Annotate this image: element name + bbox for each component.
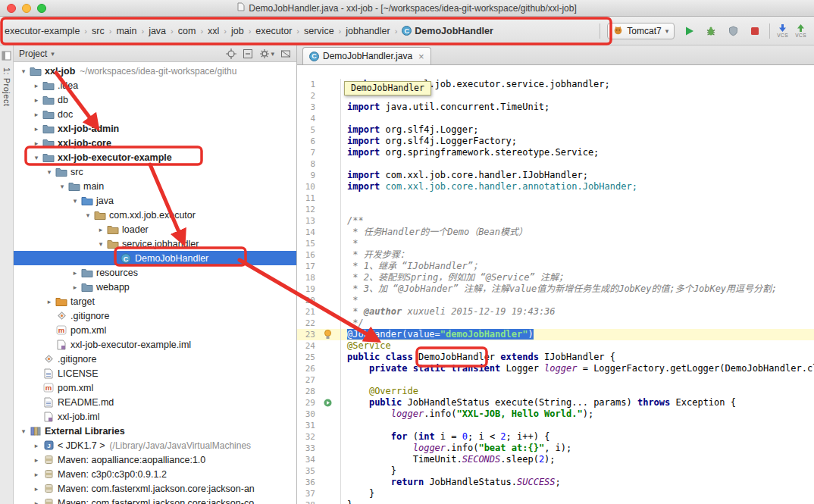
- code-line-18[interactable]: 18 * 2、装配到Spring，例如加 “@Service” 注解；: [297, 272, 814, 283]
- code-line-38[interactable]: 38}: [297, 499, 814, 504]
- expand-icon[interactable]: ▸: [31, 139, 42, 147]
- expand-icon[interactable]: ▸: [70, 269, 80, 277]
- tree-item-xxl-job-core[interactable]: ▸xxl-job-core: [14, 136, 296, 150]
- expand-icon[interactable]: ▸: [31, 456, 42, 464]
- tree-item-java[interactable]: ▾java: [14, 193, 296, 208]
- run-button[interactable]: [681, 23, 697, 39]
- code-line-25[interactable]: 25public class DemoJobHandler extends IJ…: [297, 352, 814, 363]
- zoom-window-button[interactable]: [37, 4, 46, 13]
- code-line-10[interactable]: 10import com.xxl.job.core.handler.annota…: [297, 181, 814, 193]
- tree-item-xxl-job-admin[interactable]: ▸xxl-job-admin: [14, 121, 296, 136]
- code-line-11[interactable]: 11: [297, 193, 814, 204]
- code-line-6[interactable]: 6import org.slf4j.LoggerFactory;: [297, 136, 814, 147]
- close-window-button[interactable]: [7, 4, 16, 13]
- tree-item-resources[interactable]: ▸resources: [14, 265, 296, 280]
- tree-item-pom-xml[interactable]: mpom.xml: [14, 323, 296, 337]
- code-line-36[interactable]: 36 return JobHandleStatus.SUCCESS;: [297, 477, 814, 488]
- code-line-21[interactable]: 21 * @author xuxueli 2015-12-19 19:43:36: [297, 306, 814, 318]
- tree-item-main[interactable]: ▾main: [14, 179, 296, 193]
- breadcrumb-item-executor[interactable]: executor: [255, 25, 293, 37]
- tree-item-loader[interactable]: ▸loader: [14, 222, 296, 236]
- tree-item-com-xxl-job-executor[interactable]: ▾com.xxl.job.executor: [14, 208, 296, 222]
- code-line-17[interactable]: 17 * 1、继承 “IJobHandler”；: [297, 261, 814, 272]
- tree-item-maven-com-fasterxml-jackson-core-jackson-an[interactable]: ▸Maven: com.fasterxml.jackson.core:jacks…: [14, 481, 296, 496]
- code-line-13[interactable]: 13/**: [297, 215, 814, 227]
- breadcrumb-item-src[interactable]: src: [91, 25, 105, 37]
- expand-icon[interactable]: ▸: [31, 111, 42, 118]
- breadcrumb-item-com[interactable]: com: [177, 25, 197, 37]
- tree-item-maven-com-fasterxml-jackson-core-jackson-co[interactable]: ▸Maven: com.fasterxml.jackson.core:jacks…: [14, 496, 296, 504]
- tree-item-demojobhandler[interactable]: CDemoJobHandler: [14, 251, 296, 265]
- expand-icon[interactable]: ▸: [31, 442, 42, 449]
- code-line-16[interactable]: 16 * 开发步骤：: [297, 249, 814, 261]
- breadcrumb-item-main[interactable]: main: [115, 25, 137, 37]
- expand-icon[interactable]: ▸: [31, 82, 42, 89]
- stop-button[interactable]: [747, 23, 762, 39]
- minimize-window-button[interactable]: [22, 4, 31, 13]
- expand-icon[interactable]: ▸: [95, 226, 106, 233]
- breadcrumb-item-java[interactable]: java: [148, 25, 167, 37]
- expand-icon[interactable]: ▸: [70, 283, 80, 291]
- tree-item-pom-xml[interactable]: mpom.xml: [14, 380, 296, 395]
- code-line-37[interactable]: 37 }: [297, 488, 814, 499]
- collapse-icon[interactable]: ▾: [44, 168, 55, 176]
- expand-icon[interactable]: ▸: [44, 298, 55, 305]
- tree-item-maven-c3p0-c3p0-0-9-1-2[interactable]: ▸Maven: c3p0:c3p0:0.9.1.2: [14, 467, 296, 481]
- breadcrumb-item-executor-example[interactable]: executor-example: [4, 25, 80, 37]
- collapse-icon[interactable]: ▾: [57, 183, 67, 190]
- vcs-commit-button[interactable]: VCS: [795, 23, 806, 39]
- tree-item-idea[interactable]: ▸.idea: [14, 78, 296, 92]
- tree-item-external-libraries[interactable]: ▾External Libraries: [14, 424, 296, 438]
- tree-item-xxl-job-executor-example[interactable]: ▾xxl-job-executor-example: [14, 150, 296, 164]
- tree-item-gitignore[interactable]: .gitignore: [14, 308, 296, 323]
- run-config-selector[interactable]: Tomcat7 ▾: [607, 23, 675, 39]
- code-line-33[interactable]: 33 logger.info("beat at:{}", i);: [297, 443, 814, 454]
- code-line-24[interactable]: 24@Service: [297, 340, 814, 352]
- tree-item-doc[interactable]: ▸doc: [14, 107, 296, 121]
- expand-icon[interactable]: ▸: [31, 499, 42, 504]
- code-line-12[interactable]: 12: [297, 204, 814, 215]
- code-line-4[interactable]: 4: [297, 113, 814, 124]
- breadcrumb-item-xxl[interactable]: xxl: [207, 25, 220, 37]
- code-line-30[interactable]: 30 logger.info("XXL-JOB, Hello World.");: [297, 409, 814, 420]
- expand-icon[interactable]: ▸: [31, 96, 42, 104]
- tree-item-maven-aopalliance-aopalliance-1-0[interactable]: ▸Maven: aopalliance:aopalliance:1.0: [14, 452, 296, 467]
- tree-item-xxl-job-executor-example-iml[interactable]: xxl-job-executor-example.iml: [14, 337, 296, 352]
- breadcrumb-item-service[interactable]: service: [303, 25, 335, 37]
- code-line-20[interactable]: 20 *: [297, 295, 814, 306]
- code-line-23[interactable]: 23@JobHander(value="demoJobHandler"): [297, 329, 814, 340]
- code-line-5[interactable]: 5import org.slf4j.Logger;: [297, 124, 814, 136]
- code-line-7[interactable]: 7import org.springframework.stereotype.S…: [297, 147, 814, 158]
- tree-item-jdk1-7[interactable]: ▸J< JDK1.7 >(/Library/Java/JavaVirtualMa…: [14, 438, 296, 452]
- debug-button[interactable]: [703, 23, 719, 39]
- vcs-update-button[interactable]: VCS: [777, 23, 788, 39]
- collapse-icon[interactable]: ▾: [31, 154, 42, 161]
- run-method-icon[interactable]: [315, 397, 341, 409]
- project-view-selector[interactable]: Project: [19, 49, 47, 59]
- code-line-14[interactable]: 14 * 任务Handler的一个Demo（Bean模式）: [297, 227, 814, 238]
- breadcrumb-item-demojobhandler[interactable]: CDemoJobHandler: [401, 25, 494, 37]
- breadcrumb-item-jobhandler[interactable]: jobhandler: [345, 25, 390, 37]
- tree-item-target[interactable]: ▸target: [14, 294, 296, 308]
- collapse-icon[interactable]: ▾: [18, 67, 29, 75]
- tree-item-src[interactable]: ▾src: [14, 164, 296, 179]
- hide-panel-icon[interactable]: [280, 49, 291, 59]
- intention-bulb-icon[interactable]: [315, 329, 341, 340]
- tree-item-webapp[interactable]: ▸webapp: [14, 280, 296, 294]
- expand-icon[interactable]: ▸: [31, 485, 42, 493]
- code-line-35[interactable]: 35 }: [297, 465, 814, 477]
- tree-item-readme-md[interactable]: README.md: [14, 395, 296, 409]
- breadcrumb-item-job[interactable]: job: [230, 25, 245, 37]
- collapse-icon[interactable]: ▾: [18, 427, 29, 435]
- editor-tab[interactable]: C DemoJobHandler.java ×: [302, 47, 431, 64]
- tree-item-service-jobhandler[interactable]: ▾service.jobhandler: [14, 236, 296, 251]
- code-line-34[interactable]: 34 TimeUnit.SECONDS.sleep(2);: [297, 454, 814, 465]
- coverage-button[interactable]: [725, 23, 740, 39]
- code-line-31[interactable]: 31: [297, 420, 814, 431]
- code-line-15[interactable]: 15 *: [297, 238, 814, 249]
- code-line-28[interactable]: 28 @Override: [297, 386, 814, 397]
- tree-item-gitignore[interactable]: .gitignore: [14, 352, 296, 366]
- locate-file-icon[interactable]: [226, 49, 236, 59]
- collapse-icon[interactable]: ▾: [95, 240, 106, 248]
- code-line-8[interactable]: 8: [297, 158, 814, 170]
